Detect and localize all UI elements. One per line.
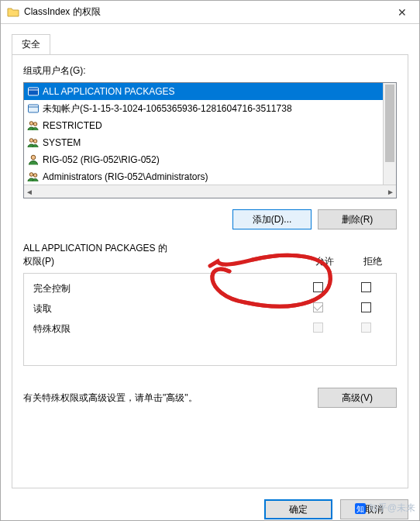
ok-button-label: 确定 [289,503,308,516]
dialog-buttons: 确定 取消 [1,499,419,521]
permission-name: 读取 [30,302,294,316]
remove-button[interactable]: 删除(R) [318,209,397,229]
permissions-for-label: ALL APPLICATION PACKAGES 的 权限(P) [23,242,301,268]
ok-button[interactable]: 确定 [264,499,332,519]
principal-name: RIG-052 (RIG-052\RIG-052) [43,154,160,165]
users-icon [27,119,40,132]
package-icon [27,102,40,115]
allow-checkbox[interactable] [313,282,323,292]
svg-point-3 [33,122,37,126]
close-button[interactable]: ✕ [384,1,419,24]
advanced-hint: 有关特殊权限或高级设置，请单击"高级"。 [23,392,308,405]
svg-point-5 [33,140,37,143]
permissions-list: 完全控制读取特殊权限 [23,273,397,366]
list-item[interactable]: RIG-052 (RIG-052\RIG-052) [24,151,383,168]
properties-dialog: ClassIndex 的权限 ✕ 安全 组或用户名(G): ALL APPLIC… [0,0,420,521]
allow-checkbox [313,323,323,333]
titlebar: ClassIndex 的权限 ✕ [1,1,419,24]
svg-point-6 [31,155,36,160]
list-item[interactable]: SYSTEM [24,134,383,151]
svg-point-8 [33,174,37,178]
user-icon [27,154,40,166]
add-button-label: 添加(D)... [253,213,292,226]
scroll-left-icon[interactable]: ◄ [26,188,33,196]
permissions-header: ALL APPLICATION PACKAGES 的 权限(P) 允许 拒绝 [23,242,397,268]
permissions-for-principal: ALL APPLICATION PACKAGES 的 [23,242,301,255]
cancel-button-label: 取消 [365,503,384,516]
principal-name: 未知帐户(S-1-15-3-1024-1065365936-1281604716… [43,102,292,116]
tab-panel-security: 组或用户名(G): ALL APPLICATION PACKAGES未知帐户(S… [12,54,408,488]
permission-allow-cell [294,323,342,335]
principal-name: ALL APPLICATION PACKAGES [43,86,175,97]
folder-icon [7,6,19,19]
add-remove-row: 添加(D)... 删除(R) [23,209,397,229]
list-item[interactable]: RESTRICTED [24,117,383,134]
vertical-scrollbar[interactable] [383,83,396,185]
users-icon [27,136,40,149]
svg-point-4 [29,139,33,143]
cancel-button[interactable]: 取消 [340,499,408,519]
permission-row: 特殊权限 [30,319,390,339]
list-item[interactable]: ALL APPLICATION PACKAGES [24,83,383,100]
column-deny: 拒绝 [349,255,397,268]
tab-security[interactable]: 安全 [12,34,50,55]
deny-checkbox [361,323,371,333]
permission-allow-cell [294,302,342,315]
permission-deny-cell [342,323,390,335]
tab-strip: 安全 [1,24,419,54]
svg-point-7 [29,173,33,177]
add-button[interactable]: 添加(D)... [232,209,312,229]
deny-checkbox[interactable] [361,282,371,292]
principals-listbox[interactable]: ALL APPLICATION PACKAGES未知帐户(S-1-15-3-10… [23,82,397,198]
advanced-button-label: 高级(V) [342,392,373,405]
scroll-thumb[interactable] [385,85,394,162]
svg-point-2 [29,122,33,126]
deny-checkbox[interactable] [361,302,371,312]
tab-label: 安全 [22,39,40,50]
permissions-label: 权限(P) [23,255,301,268]
window-title: ClassIndex 的权限 [24,5,384,19]
permission-name: 完全控制 [30,282,294,295]
svg-rect-1 [29,105,39,112]
permission-row: 读取 [30,298,390,319]
package-icon [27,85,40,98]
column-allow: 允许 [301,255,349,268]
list-item[interactable]: Administrators (RIG-052\Administrators) [24,168,383,185]
principal-name: SYSTEM [43,137,81,148]
permission-name: 特殊权限 [30,323,294,336]
advanced-row: 有关特殊权限或高级设置，请单击"高级"。 高级(V) [23,388,397,408]
permission-deny-cell [342,282,390,295]
allow-checkbox[interactable] [313,302,323,312]
users-icon [27,171,40,183]
close-icon: ✕ [398,6,407,19]
permission-deny-cell [342,302,390,315]
permission-row: 完全控制 [30,278,390,298]
groups-label: 组或用户名(G): [23,64,397,78]
remove-button-label: 删除(R) [342,213,374,226]
svg-rect-0 [29,88,39,95]
list-item[interactable]: 未知帐户(S-1-15-3-1024-1065365936-1281604716… [24,100,383,117]
principal-name: Administrators (RIG-052\Administrators) [43,171,208,182]
permission-allow-cell [294,282,342,295]
principal-name: RESTRICTED [43,120,102,131]
advanced-button[interactable]: 高级(V) [318,388,397,408]
scroll-right-icon[interactable]: ► [387,188,394,196]
principals-list-inner: ALL APPLICATION PACKAGES未知帐户(S-1-15-3-10… [24,83,383,185]
horizontal-scrollbar[interactable]: ◄ ► [24,185,396,198]
